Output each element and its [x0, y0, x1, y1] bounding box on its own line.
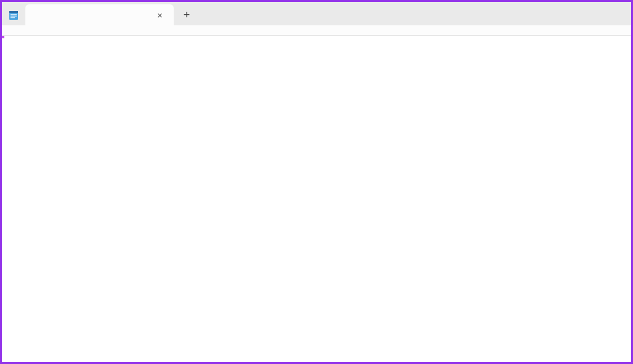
svg-rect-3 [11, 16, 17, 17]
tab-bar: × + [2, 2, 631, 25]
svg-rect-2 [11, 14, 17, 15]
menu-bar [2, 25, 631, 36]
svg-rect-4 [11, 17, 15, 18]
close-icon[interactable]: × [153, 9, 166, 21]
notepad-app-icon [7, 7, 20, 24]
tab-active[interactable]: × [25, 4, 174, 25]
text-content[interactable] [2, 36, 631, 362]
new-tab-button[interactable]: + [176, 4, 197, 25]
notepad-window: × + [2, 2, 631, 362]
svg-rect-1 [9, 11, 18, 13]
